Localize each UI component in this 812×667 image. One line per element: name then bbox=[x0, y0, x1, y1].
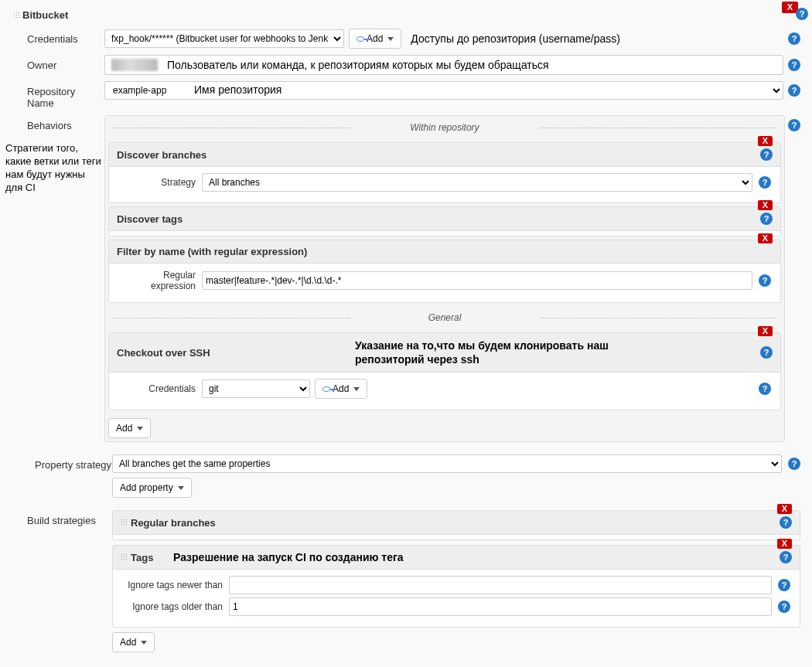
add-property-label: Add property bbox=[120, 482, 173, 493]
card-title: Discover tags bbox=[117, 213, 183, 225]
help-icon[interactable]: ? bbox=[778, 579, 790, 591]
separator-general: General bbox=[105, 306, 784, 329]
card-filter-regex: X Filter by name (with regular expressio… bbox=[108, 240, 781, 303]
owner-value-redacted bbox=[111, 59, 158, 71]
behaviors-annotation: Стратегии того, какие ветки или теги нам… bbox=[5, 139, 104, 195]
repo-name-select[interactable]: example-app bbox=[104, 81, 783, 100]
help-icon[interactable]: ? bbox=[788, 119, 800, 131]
repo-name-label: Repository Name bbox=[4, 81, 104, 109]
build-strategies-label: Build strategies bbox=[4, 510, 112, 526]
strategy-select[interactable]: All branches bbox=[202, 173, 752, 192]
owner-annotation: Пользователь или команда, к репозиториям… bbox=[167, 59, 549, 71]
help-icon[interactable]: ? bbox=[778, 601, 790, 613]
card-close-button[interactable]: X bbox=[758, 233, 773, 243]
help-icon[interactable]: ? bbox=[759, 274, 771, 287]
help-icon[interactable]: ? bbox=[780, 551, 792, 563]
card-title: Checkout over SSH bbox=[117, 347, 210, 359]
tags-annotation: Разрешение на запуск CI по созданию тега bbox=[173, 551, 404, 563]
card-close-button[interactable]: X bbox=[777, 504, 792, 514]
card-discover-branches: X Discover branches ? Strategy All branc… bbox=[108, 142, 781, 203]
card-checkout-ssh: X Checkout over SSH Указание на то,что м… bbox=[108, 332, 781, 410]
regex-label: Regular expression bbox=[118, 270, 196, 291]
help-icon[interactable]: ? bbox=[760, 213, 773, 225]
behaviors-add-button[interactable]: Add bbox=[108, 418, 151, 438]
chevron-down-icon bbox=[137, 427, 143, 430]
credentials-annotation: Доступы до репозитория (username/pass) bbox=[411, 32, 620, 45]
card-close-button[interactable]: X bbox=[758, 326, 773, 336]
help-icon[interactable]: ? bbox=[759, 383, 771, 395]
drag-grip-icon[interactable] bbox=[121, 519, 127, 526]
drag-grip-icon[interactable] bbox=[13, 12, 19, 19]
card-title: Filter by name (with regular expression) bbox=[117, 246, 307, 257]
help-icon[interactable]: ? bbox=[788, 458, 800, 470]
strategy-label: Strategy bbox=[118, 177, 196, 188]
card-close-button[interactable]: X bbox=[777, 539, 792, 549]
separator-within-repo: Within repository bbox=[105, 116, 784, 139]
card-discover-tags: X Discover tags ? bbox=[108, 206, 781, 237]
key-icon bbox=[357, 36, 364, 42]
add-property-button[interactable]: Add property bbox=[112, 478, 192, 498]
section-title: Bitbucket bbox=[4, 6, 800, 29]
help-icon[interactable]: ? bbox=[788, 32, 800, 45]
help-icon[interactable]: ? bbox=[759, 176, 771, 189]
chevron-down-icon bbox=[387, 37, 394, 41]
help-icon[interactable]: ? bbox=[788, 59, 800, 71]
behaviors-label: Behaviors bbox=[27, 120, 104, 131]
owner-label: Owner bbox=[4, 55, 104, 71]
section-title-text: Bitbucket bbox=[22, 9, 68, 21]
ignore-newer-label: Ignore tags newer than bbox=[122, 580, 223, 590]
credentials-label: Credentials bbox=[4, 29, 104, 45]
build-strategies-add-button[interactable]: Add bbox=[112, 632, 155, 652]
drag-grip-icon[interactable] bbox=[121, 553, 127, 561]
card-title: Regular branches bbox=[131, 517, 216, 529]
card-close-button[interactable]: X bbox=[758, 136, 773, 146]
credentials-add-button[interactable]: Add bbox=[349, 29, 401, 49]
credentials-select[interactable]: fxp_hook/****** (Bitbucket user for webh… bbox=[104, 29, 344, 48]
add-button-label: Add bbox=[116, 423, 132, 434]
chevron-down-icon bbox=[141, 641, 147, 645]
ssh-annotation: Указание на то,что мы будем клонировать … bbox=[355, 339, 633, 366]
chevron-down-icon bbox=[353, 387, 360, 391]
regex-input[interactable] bbox=[202, 271, 752, 290]
ssh-cred-add-button[interactable]: Add bbox=[315, 379, 367, 399]
help-icon[interactable]: ? bbox=[760, 346, 773, 359]
card-title: Tags bbox=[131, 552, 153, 563]
card-close-button[interactable]: X bbox=[758, 200, 773, 210]
behaviors-panel: Within repository X Discover branches ? … bbox=[104, 115, 785, 442]
close-x-label: X bbox=[787, 2, 793, 12]
ignore-older-label: Ignore tags older than bbox=[122, 601, 223, 612]
chevron-down-icon bbox=[178, 486, 184, 490]
help-icon[interactable]: ? bbox=[788, 84, 800, 97]
help-icon[interactable]: ? bbox=[796, 8, 808, 20]
ssh-cred-select[interactable]: git bbox=[202, 379, 310, 398]
property-strategy-label: Property strategy bbox=[4, 454, 112, 471]
key-icon bbox=[322, 386, 330, 392]
card-tags: X Tags Разрешение на запуск CI по создан… bbox=[112, 545, 800, 628]
add-button-label: Add bbox=[120, 637, 136, 648]
property-strategy-select[interactable]: All branches get the same properties bbox=[112, 454, 782, 473]
card-regular-branches: X Regular branches ? bbox=[112, 510, 800, 540]
ssh-cred-label: Credentials bbox=[118, 383, 196, 394]
card-title: Discover branches bbox=[117, 149, 206, 161]
help-icon[interactable]: ? bbox=[780, 516, 792, 529]
help-icon[interactable]: ? bbox=[760, 148, 773, 161]
ignore-newer-input[interactable] bbox=[229, 576, 772, 594]
ignore-older-input[interactable] bbox=[229, 597, 772, 616]
